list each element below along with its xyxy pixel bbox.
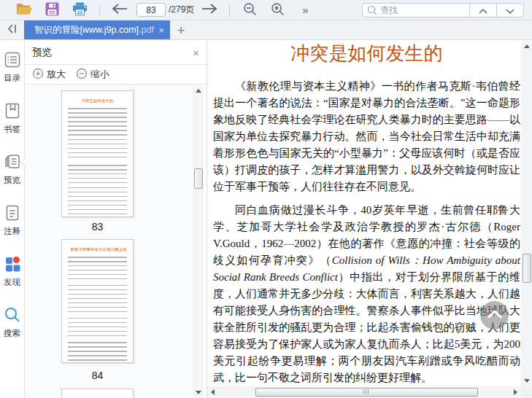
print-button[interactable] bbox=[70, 1, 89, 19]
tab-title-main: 智识的冒险[www.j9p.com] bbox=[34, 25, 139, 35]
preview-pages-icon bbox=[4, 153, 21, 173]
doc-scroll-left-button[interactable] bbox=[207, 386, 218, 397]
more-tools-button[interactable]: » bbox=[296, 1, 315, 19]
new-tab-button[interactable]: + bbox=[170, 20, 192, 39]
back-to-top-button[interactable] bbox=[480, 301, 509, 329]
tab-bar: 智识的冒险[www.j9p.com].pdf × + bbox=[0, 20, 532, 40]
paragraph-2: 同白血病做过漫长斗争，40岁英年早逝，生前曾任耶鲁大学、芝加哥大学社会学及政治学… bbox=[213, 202, 520, 386]
chevron-up-icon bbox=[479, 5, 487, 16]
search-icon bbox=[367, 5, 377, 15]
zoom-in-button[interactable] bbox=[268, 1, 287, 19]
left-rail: 目录 书签 预览 注释 bbox=[0, 41, 25, 398]
sidebar-item-label: 预览 bbox=[4, 175, 20, 186]
window-body: 目录 书签 预览 注释 bbox=[0, 41, 532, 398]
sidebar-item-bookmarks[interactable]: 书签 bbox=[0, 98, 25, 149]
thumbnail-text-lines bbox=[68, 187, 127, 217]
sidebar-item-label: 注释 bbox=[4, 226, 20, 237]
document-horizontal-scrollbar[interactable] bbox=[207, 386, 521, 398]
thumbnail-text-lines bbox=[68, 318, 127, 338]
chevron-down-icon bbox=[506, 5, 514, 16]
scrollbar-corner bbox=[521, 386, 532, 398]
paragraph-2-rest: ）中指出，对于划分界限所基于的维度，人们通常并无多少分歧：大体而言，利害关系越大… bbox=[213, 271, 520, 383]
preview-scroll-up-button[interactable] bbox=[193, 85, 204, 96]
search-prev-button[interactable] bbox=[469, 4, 496, 17]
sidebar-item-label: 搜索 bbox=[4, 328, 20, 339]
zoom-in-label: 放大 bbox=[47, 68, 66, 81]
page-number-input[interactable] bbox=[136, 3, 166, 17]
thumbnail-text-lines bbox=[68, 165, 127, 184]
doc-vertical-scrollbar-thumb[interactable] bbox=[523, 254, 531, 283]
collapse-sidebar-button[interactable] bbox=[0, 20, 24, 39]
preview-panel: 预览 × 放大 缩小 bbox=[25, 41, 207, 398]
preview-scrollbar-thumb[interactable] bbox=[194, 168, 203, 189]
thumbnail-zoom-out-button[interactable]: 缩小 bbox=[76, 68, 109, 82]
doc-scroll-down-button[interactable] bbox=[521, 375, 532, 386]
sidebar-item-annotations[interactable]: 注释 bbox=[0, 200, 25, 251]
triangle-left-icon bbox=[211, 389, 215, 395]
thumbnail-page-number: 83 bbox=[61, 221, 134, 233]
document-view: 冲突是如何发生的 《新教伦理与资本主义精神》一书的作者马克斯·韦伯曾经提出一个著… bbox=[207, 41, 532, 398]
open-folder-icon bbox=[16, 2, 33, 18]
thumbnail-text-lines bbox=[68, 108, 127, 136]
zoom-in-magnifier-icon bbox=[271, 2, 285, 18]
thumbnail-list: 冲突是如何发生的 83 多数冲突事件发生在相识者之间 84 bbox=[25, 85, 193, 398]
next-page-button[interactable] bbox=[200, 1, 219, 19]
doc-horizontal-scrollbar-thumb[interactable] bbox=[255, 388, 478, 397]
prev-page-button[interactable] bbox=[110, 1, 129, 19]
thumbnail-page-84[interactable]: 多数冲突事件发生在相识者之间 bbox=[61, 239, 134, 363]
sidebar-item-toc[interactable]: 目录 bbox=[0, 47, 25, 98]
tab-title: 智识的冒险[www.j9p.com].pdf bbox=[34, 24, 154, 36]
scrollbar-grip bbox=[363, 389, 370, 394]
open-file-button[interactable] bbox=[15, 1, 34, 19]
thumbnail-text-lines bbox=[68, 139, 127, 161]
triangle-right-icon bbox=[514, 389, 517, 395]
triangle-down-icon bbox=[196, 391, 201, 394]
doc-scroll-right-button[interactable] bbox=[510, 386, 521, 397]
search-group bbox=[362, 3, 524, 17]
circle-plus-icon bbox=[32, 68, 44, 82]
thumbnail-text-lines bbox=[68, 257, 127, 281]
arrow-left-icon bbox=[112, 3, 128, 17]
doc-scroll-up-button[interactable] bbox=[521, 41, 532, 52]
search-next-button[interactable] bbox=[496, 4, 523, 17]
document-vertical-scrollbar[interactable] bbox=[521, 41, 532, 386]
triangle-up-icon bbox=[196, 89, 201, 93]
sidebar-item-preview[interactable]: 预览 bbox=[0, 149, 25, 200]
search-input[interactable] bbox=[377, 5, 469, 15]
thumbnail-page-85-partial[interactable] bbox=[61, 389, 134, 398]
sidebar-item-search[interactable]: 搜索 bbox=[0, 302, 25, 353]
toolbar-separator bbox=[229, 4, 230, 16]
search-magnifier-icon bbox=[4, 306, 21, 326]
preview-panel-header: 预览 × bbox=[25, 41, 207, 65]
page-total-label: /279页 bbox=[169, 4, 194, 16]
chevron-up-icon bbox=[487, 310, 502, 321]
zoom-out-magnifier-icon bbox=[243, 2, 257, 18]
preview-scrollbar[interactable] bbox=[193, 85, 204, 398]
thumbnail-text-lines bbox=[68, 285, 127, 314]
preview-panel-tools: 放大 缩小 bbox=[25, 65, 207, 85]
panel-close-icon[interactable]: × bbox=[193, 47, 199, 59]
document-title: 冲突是如何发生的 bbox=[213, 42, 520, 66]
toolbar-separator bbox=[99, 4, 100, 16]
preview-scroll-down-button[interactable] bbox=[193, 387, 204, 398]
triangle-down-icon bbox=[524, 379, 530, 383]
arrow-right-icon bbox=[201, 3, 217, 17]
document-tab[interactable]: 智识的冒险[www.j9p.com].pdf × bbox=[24, 20, 170, 39]
tab-close-icon[interactable]: × bbox=[158, 25, 164, 36]
thumbnail-zoom-in-button[interactable]: 放大 bbox=[32, 68, 66, 82]
sidebar-item-discover[interactable]: 发现 bbox=[0, 251, 25, 302]
thumbnail-page-83[interactable]: 冲突是如何发生的 bbox=[61, 90, 134, 217]
preview-panel-title: 预览 bbox=[32, 46, 193, 59]
triangle-up-icon bbox=[524, 44, 530, 48]
sidebar-item-label: 书签 bbox=[4, 124, 20, 135]
document-page: 冲突是如何发生的 《新教伦理与资本主义精神》一书的作者马克斯·韦伯曾经提出一个著… bbox=[213, 42, 520, 398]
bookmark-icon bbox=[4, 102, 21, 122]
tab-title-ext: .pdf bbox=[139, 25, 154, 35]
save-floppy-icon bbox=[45, 2, 59, 18]
printer-icon bbox=[72, 2, 88, 18]
circle-minus-icon bbox=[76, 68, 88, 82]
zoom-out-button[interactable] bbox=[240, 1, 259, 19]
sidebar-item-label: 目录 bbox=[4, 73, 20, 84]
save-button[interactable] bbox=[42, 1, 61, 19]
discover-icon bbox=[4, 255, 21, 275]
